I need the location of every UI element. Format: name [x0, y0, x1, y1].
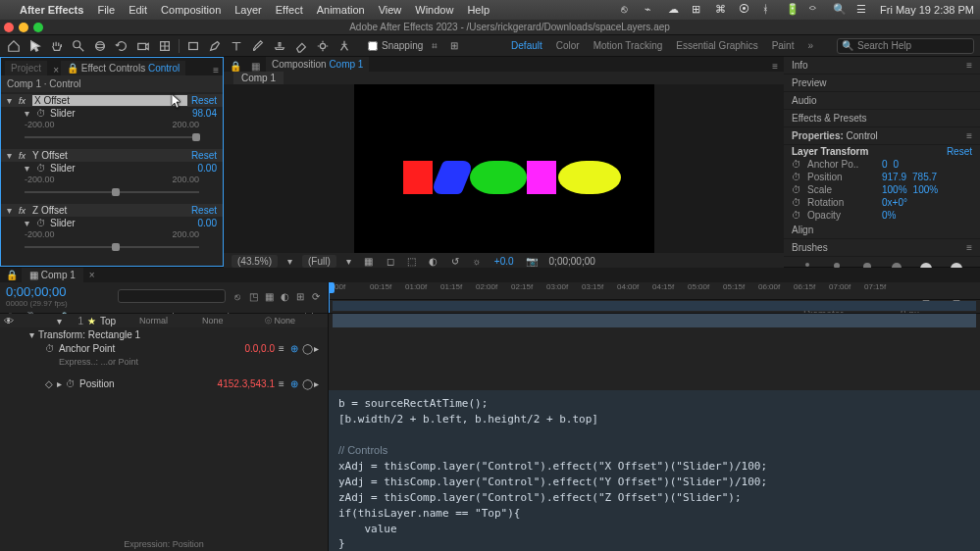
- shape-magenta-square[interactable]: [527, 161, 556, 194]
- transform-rotation[interactable]: ⏱ Rotation 0x+0°: [784, 196, 980, 209]
- snapshot-icon[interactable]: 📷: [524, 253, 540, 269]
- ruler-tick[interactable]: 05:00f: [688, 282, 723, 299]
- ruler-tick[interactable]: 02:15f: [511, 282, 546, 299]
- ruler-tick[interactable]: 01:00f: [405, 282, 440, 299]
- ruler-tick[interactable]: 01:15f: [440, 282, 476, 299]
- control-center-icon[interactable]: ☰: [856, 3, 870, 17]
- resolution-menu[interactable]: (Full): [302, 255, 336, 268]
- twirl-icon[interactable]: ▾: [7, 95, 15, 106]
- stopwatch-icon[interactable]: ⏱: [792, 159, 801, 170]
- home-button[interactable]: [6, 38, 22, 54]
- snapping-checkbox[interactable]: [368, 41, 378, 51]
- align-panel-header[interactable]: Align: [784, 222, 980, 239]
- tab-close-icon[interactable]: ×: [53, 65, 59, 75]
- expression-controls[interactable]: ≡⊕◯▸: [279, 378, 324, 388]
- workspace-paint[interactable]: Paint: [772, 40, 795, 51]
- ruler-tick[interactable]: 06:15f: [794, 282, 829, 299]
- anchor-point-prop[interactable]: ⏱ Anchor Point 0.0,0.0 ≡⊕◯▸: [0, 341, 328, 355]
- ruler-tick[interactable]: 00:15f: [370, 282, 405, 299]
- effect-name[interactable]: X Offset: [32, 95, 187, 106]
- menu-view[interactable]: View: [379, 4, 402, 16]
- snap-opt-icon[interactable]: ⌗: [427, 38, 442, 54]
- layer-transform-reset[interactable]: Reset: [947, 146, 972, 157]
- fx-badge[interactable]: fx: [19, 151, 28, 161]
- comp-nested-tab[interactable]: Comp 1: [233, 72, 284, 84]
- rectangle-tool[interactable]: [185, 38, 201, 54]
- eraser-tool[interactable]: [293, 38, 309, 54]
- anchor-point-value[interactable]: 0.0,0.0: [244, 343, 275, 354]
- info-panel-header[interactable]: Info≡: [784, 57, 980, 75]
- viewer-lock-icon[interactable]: 🔒: [230, 61, 241, 72]
- menu-help[interactable]: Help: [467, 4, 490, 16]
- wifi-icon[interactable]: ⌔: [809, 3, 823, 17]
- transform-position[interactable]: ⏱ Position 917.9785.7: [784, 171, 980, 183]
- slider-value[interactable]: 0.00: [198, 218, 217, 228]
- brushes-panel-header[interactable]: Brushes≡: [784, 239, 980, 257]
- menu-effect[interactable]: Effect: [276, 4, 303, 16]
- app-name[interactable]: After Effects: [20, 4, 83, 16]
- stopwatch-icon[interactable]: ⏱: [66, 378, 76, 389]
- audio-panel-header[interactable]: Audio: [784, 92, 980, 110]
- lock-icon[interactable]: 🔒: [67, 63, 78, 74]
- twirl-icon[interactable]: ▾: [57, 316, 62, 326]
- menu-animation[interactable]: Animation: [317, 4, 365, 16]
- slider-property[interactable]: ▾ ⏱ Slider 0.00: [1, 217, 223, 229]
- transform-scale[interactable]: ⏱ Scale 100%100%: [784, 183, 980, 196]
- stopwatch-icon[interactable]: ⏱: [792, 197, 801, 208]
- effects-presets-header[interactable]: Effects & Presets: [784, 110, 980, 127]
- fx-badge[interactable]: fx: [19, 96, 28, 106]
- stopwatch-icon[interactable]: ⏱: [36, 108, 46, 119]
- twirl-icon[interactable]: ▾: [25, 108, 32, 119]
- menu-composition[interactable]: Composition: [161, 4, 221, 16]
- layer-bar[interactable]: [333, 314, 976, 327]
- bluetooth-icon[interactable]: ᚼ: [762, 3, 776, 17]
- effect-reset[interactable]: Reset: [191, 150, 217, 161]
- effect-controls-tab[interactable]: 🔒 Effect Controls Control: [61, 61, 185, 75]
- menubar-icon[interactable]: ⦿: [739, 3, 752, 17]
- transform-opacity[interactable]: ⏱ Opacity 0%: [784, 209, 980, 222]
- window-minimize-button[interactable]: [19, 23, 28, 32]
- slider-property[interactable]: ▾ ⏱ Slider 0.00: [1, 162, 223, 175]
- tl-icon[interactable]: ⊞: [294, 290, 306, 302]
- effect-name[interactable]: Z Offset: [32, 205, 187, 216]
- stopwatch-icon[interactable]: ⏱: [36, 218, 46, 228]
- ruler-tick[interactable]: 07:00f: [829, 282, 864, 299]
- workspace-color[interactable]: Color: [556, 40, 580, 51]
- transparency-grid-icon[interactable]: ▦: [361, 253, 377, 269]
- menubar-clock[interactable]: Fri May 19 2:38 PM: [880, 4, 974, 16]
- ruler-tick[interactable]: 02:00f: [476, 282, 511, 299]
- current-timecode[interactable]: 0;00;00;00: [6, 284, 68, 299]
- pen-tool[interactable]: [207, 38, 223, 54]
- stopwatch-icon[interactable]: ⏱: [36, 163, 46, 174]
- composition-viewer[interactable]: [224, 84, 784, 253]
- menubar-icon[interactable]: ☁: [668, 3, 682, 17]
- tab-close-icon[interactable]: ×: [89, 270, 95, 280]
- workspace-essential-graphics[interactable]: Essential Graphics: [676, 40, 757, 51]
- menubar-icon[interactable]: ⌘: [715, 3, 729, 17]
- twirl-icon[interactable]: ▾: [7, 150, 15, 161]
- ruler-tick[interactable]: 05:15f: [723, 282, 758, 299]
- shape-blue-parallelogram[interactable]: [430, 161, 475, 194]
- workspace-overflow[interactable]: »: [807, 40, 813, 51]
- current-time[interactable]: 0;00;00;00: [549, 256, 595, 267]
- slider-property[interactable]: ▾ ⏱ Slider 98.04: [1, 107, 223, 120]
- exposure-icon[interactable]: ☼: [469, 253, 485, 269]
- tl-icon[interactable]: ⟳: [310, 290, 322, 302]
- menu-window[interactable]: Window: [415, 4, 453, 16]
- ruler-tick[interactable]: 04:15f: [652, 282, 688, 299]
- res-dropdown-icon[interactable]: ▾: [346, 256, 351, 267]
- slider-value[interactable]: 98.04: [192, 108, 217, 119]
- camera-tool[interactable]: [135, 38, 151, 54]
- roto-brush-tool[interactable]: [315, 38, 331, 54]
- workspace-motion-tracking[interactable]: Motion Tracking: [593, 40, 663, 51]
- properties-panel-header[interactable]: Properties: Control≡: [784, 127, 980, 145]
- mask-toggle-icon[interactable]: ◻: [383, 253, 398, 269]
- position-prop[interactable]: ◇▸ ⏱ Position 4152.3,543.1 ≡⊕◯▸: [0, 376, 328, 390]
- selection-tool[interactable]: [27, 38, 43, 54]
- menu-layer[interactable]: Layer: [234, 4, 262, 16]
- work-area-bar[interactable]: [333, 301, 976, 311]
- stopwatch-icon[interactable]: ⏱: [792, 210, 801, 221]
- menubar-icon[interactable]: ⌁: [645, 3, 658, 17]
- slider-track[interactable]: [25, 186, 199, 198]
- slider-track[interactable]: [25, 241, 199, 253]
